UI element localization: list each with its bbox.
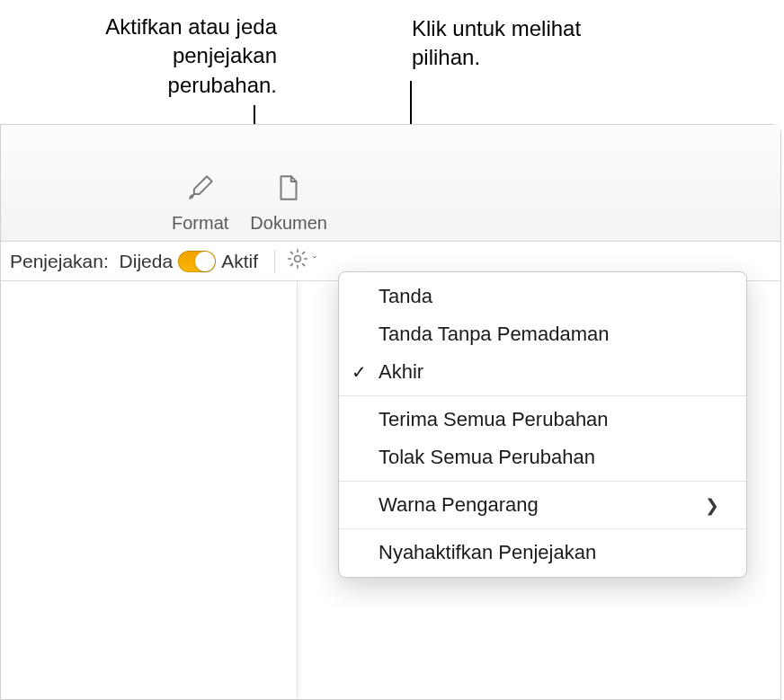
menu-item-markup-no-delete[interactable]: Tanda Tanpa Pemadaman (339, 315, 746, 353)
tracking-toggle-group: Dijeda Aktif (120, 251, 258, 272)
format-button[interactable]: Format (172, 173, 228, 234)
divider (274, 250, 275, 273)
menu-separator (339, 481, 746, 482)
tracking-active-label: Aktif (221, 251, 258, 272)
tracking-paused-label: Dijeda (120, 251, 174, 272)
document-area (1, 281, 298, 699)
document-label: Dokumen (250, 213, 327, 234)
menu-item-author-color[interactable]: Warna Pengarang ❯ (339, 486, 746, 524)
svg-point-0 (295, 256, 301, 262)
menu-item-label: Tanda Tanpa Pemadaman (379, 323, 609, 346)
menu-item-label: Tolak Semua Perubahan (379, 446, 595, 469)
gear-icon (286, 247, 309, 275)
menu-item-label: Warna Pengarang (379, 493, 539, 517)
menu-item-label: Nyahaktifkan Penjejakan (379, 541, 596, 564)
menu-item-disable-tracking[interactable]: Nyahaktifkan Penjejakan (339, 534, 746, 572)
document-button[interactable]: Dokumen (250, 173, 327, 234)
tracking-toggle[interactable] (178, 251, 216, 272)
menu-separator (339, 395, 746, 396)
menu-separator (339, 528, 746, 529)
tracking-options-menu: Tanda Tanda Tanpa Pemadaman ✓ Akhir Teri… (338, 271, 747, 578)
menu-item-final[interactable]: ✓ Akhir (339, 353, 746, 391)
menu-item-label: Terima Semua Perubahan (379, 408, 609, 431)
menu-item-label: Tanda (379, 285, 432, 308)
tracking-options-button[interactable]: ˇ (286, 247, 316, 275)
tracking-label: Penjejakan: (10, 251, 109, 272)
chevron-down-icon: ˇ (313, 255, 316, 268)
format-label: Format (172, 213, 228, 234)
checkmark-icon: ✓ (352, 361, 367, 383)
toggle-knob (195, 252, 215, 271)
paintbrush-icon (185, 173, 216, 208)
callout-toggle: Aktifkan atau jeda penjejakan perubahan. (70, 13, 277, 100)
menu-item-reject-all[interactable]: Tolak Semua Perubahan (339, 439, 746, 476)
menu-item-label: Akhir (379, 360, 423, 384)
toolbar: Format Dokumen (1, 125, 780, 242)
menu-item-accept-all[interactable]: Terima Semua Perubahan (339, 401, 746, 439)
document-icon (273, 173, 304, 208)
chevron-right-icon: ❯ (705, 495, 719, 516)
callout-options: Klik untuk melihat pilihan. (412, 14, 628, 73)
menu-item-markup[interactable]: Tanda (339, 278, 746, 315)
